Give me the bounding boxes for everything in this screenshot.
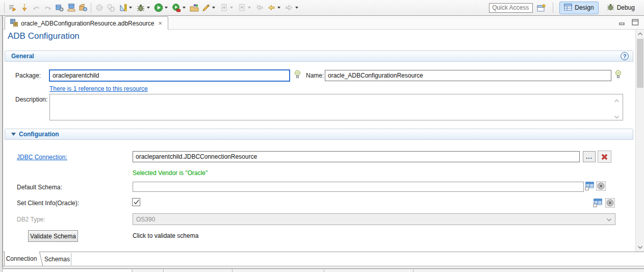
validate-hint-text: Click to validate schema [133, 232, 198, 239]
forward-icon[interactable] [283, 2, 295, 14]
run-menu-arrow-icon[interactable] [165, 7, 168, 9]
run-query-icon[interactable] [170, 2, 182, 14]
debug-bug-icon [607, 3, 614, 12]
tab-schemas[interactable]: Schemas [43, 253, 71, 265]
deploy-module-icon[interactable] [65, 2, 77, 14]
db2-type-value: OS390 [136, 216, 155, 223]
chevron-down-icon [606, 216, 612, 223]
gear-icon[interactable] [93, 2, 105, 14]
browse-jdbc-button[interactable]: ... [583, 151, 596, 162]
debug-label: Debug [617, 4, 635, 11]
debug-perspective-button[interactable]: Debug [603, 2, 639, 14]
minimize-icon[interactable] [619, 19, 626, 27]
set-client-info-label: Set Client Info(Oracle): [17, 200, 79, 207]
lower-view-tab-separator [232, 269, 233, 272]
default-schema-input[interactable] [133, 182, 584, 192]
debug-menu-arrow-icon[interactable] [147, 7, 150, 9]
adb-resource-icon [10, 18, 18, 28]
toolbar-separator [91, 3, 91, 13]
clear-client-info-icon[interactable] [605, 198, 615, 208]
lower-view-edge [3, 268, 644, 272]
tab-schemas-label: Schemas [44, 256, 70, 263]
description-textarea[interactable] [49, 94, 623, 120]
maximize-icon[interactable] [632, 19, 639, 27]
undo-icon[interactable] [30, 2, 42, 14]
open-resource-icon[interactable] [188, 2, 200, 14]
validate-menu-arrow-icon[interactable] [129, 7, 132, 9]
name-hint-bulb-icon[interactable] [615, 70, 622, 79]
editor-area: oracle_ADBConfigurationResource.adbResou… [3, 16, 644, 267]
back-icon[interactable] [265, 2, 277, 14]
tab-connection-label: Connection [6, 255, 37, 262]
configuration-section-title: Configuration [19, 131, 59, 138]
export-icon[interactable] [236, 2, 247, 14]
editor-tab-bar: oracle_ADBConfigurationResource.adbResou… [3, 16, 644, 30]
export-menu-arrow-icon[interactable] [248, 7, 251, 9]
editor-scrollbar[interactable] [635, 30, 644, 252]
generate-code-icon[interactable] [18, 2, 30, 14]
design-label: Design [575, 4, 594, 11]
lower-view-tab-separator [413, 269, 414, 272]
client-info-table-icon[interactable] [593, 199, 602, 207]
name-label: Name: [306, 72, 324, 79]
collapse-triangle-icon[interactable] [11, 133, 16, 136]
build-all-icon[interactable] [7, 2, 18, 14]
module-settings-icon[interactable] [54, 2, 65, 14]
lower-view-tab[interactable] [3, 269, 133, 272]
back-menu-arrow-icon[interactable] [277, 7, 280, 9]
configuration-section-header[interactable]: Configuration [5, 129, 633, 140]
debug-icon[interactable] [135, 2, 146, 14]
page-title: ADB Configuration [8, 31, 80, 41]
close-tab-icon[interactable]: × [157, 19, 163, 27]
default-schema-label: Default Schema: [17, 184, 62, 191]
forward-menu-arrow-icon[interactable] [295, 7, 298, 9]
last-edit-location-icon[interactable] [253, 2, 265, 14]
run-query-menu-arrow-icon[interactable] [183, 7, 186, 9]
gears-icon[interactable] [105, 2, 117, 14]
lower-view-tab-separator [324, 269, 324, 272]
validate-schema-button[interactable]: Validate Schema [28, 230, 78, 242]
jdbc-connection-link[interactable]: JDBC Connection: [17, 154, 67, 161]
set-client-info-checkbox[interactable] [132, 198, 140, 206]
editor-tab-title: oracle_ADBConfigurationResource.adbResou… [21, 20, 154, 27]
highlight-pen-icon[interactable] [200, 2, 212, 14]
import-icon[interactable] [218, 2, 229, 14]
remove-jdbc-button[interactable] [598, 151, 611, 163]
toolbar-handle [4, 3, 5, 13]
package-hint-bulb-icon[interactable] [294, 70, 301, 79]
package-input[interactable] [49, 70, 290, 81]
schema-table-icon[interactable] [585, 182, 594, 190]
validate-icon[interactable] [117, 2, 128, 14]
general-section-title: General [11, 53, 34, 60]
design-perspective-button[interactable]: Design [559, 2, 598, 14]
lower-view-tab-separator [163, 269, 164, 272]
tab-connection[interactable]: Connection [4, 252, 38, 266]
open-perspective-icon[interactable] [537, 4, 547, 12]
redo-icon[interactable] [42, 2, 54, 14]
scroll-down-icon[interactable] [636, 243, 644, 252]
clear-schema-icon[interactable] [596, 181, 606, 191]
toolbar-separator [553, 3, 553, 13]
scroll-up-icon[interactable] [636, 30, 644, 38]
design-table-icon [564, 4, 572, 12]
reference-link[interactable]: There is 1 reference to this resource [49, 85, 148, 92]
package-settings-icon[interactable] [77, 2, 89, 14]
highlight-menu-arrow-icon[interactable] [212, 7, 215, 9]
description-scroll-up-icon[interactable] [614, 97, 620, 104]
editor-tab[interactable]: oracle_ADBConfigurationResource.adbResou… [5, 16, 168, 30]
run-icon[interactable] [152, 2, 164, 14]
package-label: Package: [15, 72, 41, 79]
description-scroll-down-icon[interactable] [614, 113, 620, 120]
import-menu-arrow-icon[interactable] [230, 7, 233, 9]
db2-type-label: DB2 Type: [17, 216, 45, 223]
description-label: Description: [15, 96, 47, 103]
quick-access-input[interactable] [489, 3, 533, 13]
vendor-status-message: Selected Vendor is "Oracle" [133, 169, 208, 177]
jdbc-connection-input[interactable] [133, 151, 580, 162]
name-input[interactable] [325, 70, 611, 81]
scrollbar-thumb[interactable] [637, 39, 643, 88]
general-section-header: General ? [5, 51, 633, 62]
db2-type-select[interactable]: OS390 [133, 213, 615, 225]
help-icon[interactable]: ? [621, 52, 629, 60]
main-toolbar: Design Debug [0, 0, 644, 16]
